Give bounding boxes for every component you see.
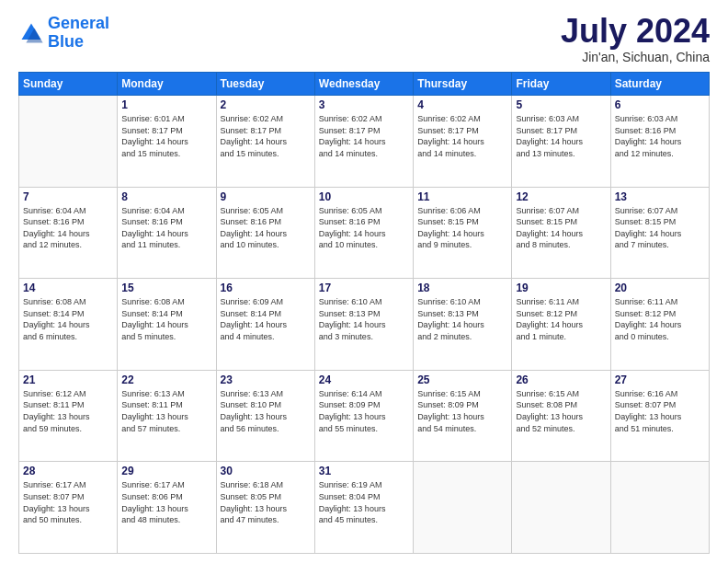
table-row: 30Sunrise: 6:18 AM Sunset: 8:05 PM Dayli… xyxy=(216,462,314,554)
page: General Blue July 2024 Jin'an, Sichuan, … xyxy=(0,0,728,563)
day-number: 26 xyxy=(516,373,606,386)
table-row: 26Sunrise: 6:15 AM Sunset: 8:08 PM Dayli… xyxy=(512,370,610,462)
day-number: 23 xyxy=(221,373,311,386)
table-row: 13Sunrise: 6:07 AM Sunset: 8:15 PM Dayli… xyxy=(610,187,709,279)
logo-icon xyxy=(18,20,44,46)
col-saturday: Saturday xyxy=(610,73,709,96)
day-number: 25 xyxy=(417,373,507,386)
day-number: 7 xyxy=(23,190,113,203)
day-info: Sunrise: 6:16 AM Sunset: 8:07 PM Dayligh… xyxy=(615,388,705,434)
table-row xyxy=(610,462,709,554)
day-number: 15 xyxy=(121,282,211,294)
table-row: 22Sunrise: 6:13 AM Sunset: 8:11 PM Dayli… xyxy=(118,370,216,462)
day-number: 1 xyxy=(121,98,211,111)
day-number: 29 xyxy=(121,465,211,477)
title-block: July 2024 Jin'an, Sichuan, China xyxy=(561,15,710,64)
table-row: 3Sunrise: 6:02 AM Sunset: 8:17 PM Daylig… xyxy=(314,96,413,188)
day-number: 9 xyxy=(221,190,311,203)
calendar-week-row: 1Sunrise: 6:01 AM Sunset: 8:17 PM Daylig… xyxy=(19,96,710,188)
table-row: 20Sunrise: 6:11 AM Sunset: 8:12 PM Dayli… xyxy=(610,279,709,371)
day-info: Sunrise: 6:08 AM Sunset: 8:14 PM Dayligh… xyxy=(121,296,211,342)
day-number: 30 xyxy=(221,465,311,477)
day-info: Sunrise: 6:11 AM Sunset: 8:12 PM Dayligh… xyxy=(615,296,705,342)
table-row: 18Sunrise: 6:10 AM Sunset: 8:13 PM Dayli… xyxy=(414,279,512,371)
day-number: 14 xyxy=(23,282,113,294)
table-row: 29Sunrise: 6:17 AM Sunset: 8:06 PM Dayli… xyxy=(118,462,216,554)
table-row: 25Sunrise: 6:15 AM Sunset: 8:09 PM Dayli… xyxy=(414,370,512,462)
day-info: Sunrise: 6:15 AM Sunset: 8:08 PM Dayligh… xyxy=(516,388,606,434)
col-wednesday: Wednesday xyxy=(314,73,413,96)
day-info: Sunrise: 6:13 AM Sunset: 8:10 PM Dayligh… xyxy=(221,388,311,434)
day-number: 16 xyxy=(221,282,311,294)
day-number: 4 xyxy=(417,98,507,111)
day-number: 17 xyxy=(319,282,409,294)
day-number: 28 xyxy=(23,465,113,477)
col-monday: Monday xyxy=(118,73,216,96)
day-number: 3 xyxy=(319,98,409,111)
day-number: 13 xyxy=(615,190,705,203)
calendar-week-row: 7Sunrise: 6:04 AM Sunset: 8:16 PM Daylig… xyxy=(19,187,710,279)
table-row: 8Sunrise: 6:04 AM Sunset: 8:16 PM Daylig… xyxy=(118,187,216,279)
day-number: 2 xyxy=(221,98,311,111)
day-number: 31 xyxy=(319,465,409,477)
table-row: 6Sunrise: 6:03 AM Sunset: 8:16 PM Daylig… xyxy=(610,96,709,188)
table-row: 7Sunrise: 6:04 AM Sunset: 8:16 PM Daylig… xyxy=(19,187,118,279)
table-row xyxy=(414,462,512,554)
calendar-week-row: 14Sunrise: 6:08 AM Sunset: 8:14 PM Dayli… xyxy=(19,279,710,371)
calendar-week-row: 28Sunrise: 6:17 AM Sunset: 8:07 PM Dayli… xyxy=(19,462,710,554)
day-info: Sunrise: 6:04 AM Sunset: 8:16 PM Dayligh… xyxy=(121,205,211,251)
day-info: Sunrise: 6:04 AM Sunset: 8:16 PM Dayligh… xyxy=(23,205,113,251)
table-row: 10Sunrise: 6:05 AM Sunset: 8:16 PM Dayli… xyxy=(314,187,413,279)
calendar-week-row: 21Sunrise: 6:12 AM Sunset: 8:11 PM Dayli… xyxy=(19,370,710,462)
day-info: Sunrise: 6:17 AM Sunset: 8:07 PM Dayligh… xyxy=(23,479,113,525)
day-number: 27 xyxy=(615,373,705,386)
header: General Blue July 2024 Jin'an, Sichuan, … xyxy=(18,15,710,64)
table-row: 9Sunrise: 6:05 AM Sunset: 8:16 PM Daylig… xyxy=(216,187,314,279)
table-row: 28Sunrise: 6:17 AM Sunset: 8:07 PM Dayli… xyxy=(19,462,118,554)
day-number: 6 xyxy=(615,98,705,111)
day-info: Sunrise: 6:05 AM Sunset: 8:16 PM Dayligh… xyxy=(221,205,311,251)
day-number: 20 xyxy=(615,282,705,294)
day-info: Sunrise: 6:14 AM Sunset: 8:09 PM Dayligh… xyxy=(319,388,409,434)
day-number: 10 xyxy=(319,190,409,203)
day-number: 18 xyxy=(417,282,507,294)
logo: General Blue xyxy=(18,15,109,52)
day-number: 24 xyxy=(319,373,409,386)
day-info: Sunrise: 6:07 AM Sunset: 8:15 PM Dayligh… xyxy=(615,205,705,251)
day-number: 11 xyxy=(417,190,507,203)
location: Jin'an, Sichuan, China xyxy=(561,50,710,64)
day-number: 12 xyxy=(516,190,606,203)
day-number: 22 xyxy=(121,373,211,386)
day-info: Sunrise: 6:07 AM Sunset: 8:15 PM Dayligh… xyxy=(516,205,606,251)
day-info: Sunrise: 6:10 AM Sunset: 8:13 PM Dayligh… xyxy=(319,296,409,342)
col-friday: Friday xyxy=(512,73,610,96)
table-row: 4Sunrise: 6:02 AM Sunset: 8:17 PM Daylig… xyxy=(414,96,512,188)
day-info: Sunrise: 6:11 AM Sunset: 8:12 PM Dayligh… xyxy=(516,296,606,342)
day-info: Sunrise: 6:03 AM Sunset: 8:17 PM Dayligh… xyxy=(516,113,606,159)
logo-text: General Blue xyxy=(48,15,109,52)
day-info: Sunrise: 6:17 AM Sunset: 8:06 PM Dayligh… xyxy=(121,479,211,525)
day-info: Sunrise: 6:08 AM Sunset: 8:14 PM Dayligh… xyxy=(23,296,113,342)
logo-line1: General xyxy=(48,14,109,32)
day-info: Sunrise: 6:03 AM Sunset: 8:16 PM Dayligh… xyxy=(615,113,705,159)
calendar-table: Sunday Monday Tuesday Wednesday Thursday… xyxy=(18,72,710,554)
day-number: 21 xyxy=(23,373,113,386)
day-number: 8 xyxy=(121,190,211,203)
table-row: 17Sunrise: 6:10 AM Sunset: 8:13 PM Dayli… xyxy=(314,279,413,371)
col-sunday: Sunday xyxy=(19,73,118,96)
day-info: Sunrise: 6:13 AM Sunset: 8:11 PM Dayligh… xyxy=(121,388,211,434)
table-row: 19Sunrise: 6:11 AM Sunset: 8:12 PM Dayli… xyxy=(512,279,610,371)
table-row: 27Sunrise: 6:16 AM Sunset: 8:07 PM Dayli… xyxy=(610,370,709,462)
table-row: 21Sunrise: 6:12 AM Sunset: 8:11 PM Dayli… xyxy=(19,370,118,462)
table-row xyxy=(512,462,610,554)
table-row: 23Sunrise: 6:13 AM Sunset: 8:10 PM Dayli… xyxy=(216,370,314,462)
table-row: 12Sunrise: 6:07 AM Sunset: 8:15 PM Dayli… xyxy=(512,187,610,279)
day-info: Sunrise: 6:02 AM Sunset: 8:17 PM Dayligh… xyxy=(319,113,409,159)
day-info: Sunrise: 6:01 AM Sunset: 8:17 PM Dayligh… xyxy=(121,113,211,159)
table-row: 1Sunrise: 6:01 AM Sunset: 8:17 PM Daylig… xyxy=(118,96,216,188)
col-thursday: Thursday xyxy=(414,73,512,96)
calendar-header-row: Sunday Monday Tuesday Wednesday Thursday… xyxy=(19,73,710,96)
col-tuesday: Tuesday xyxy=(216,73,314,96)
table-row: 14Sunrise: 6:08 AM Sunset: 8:14 PM Dayli… xyxy=(19,279,118,371)
table-row: 16Sunrise: 6:09 AM Sunset: 8:14 PM Dayli… xyxy=(216,279,314,371)
